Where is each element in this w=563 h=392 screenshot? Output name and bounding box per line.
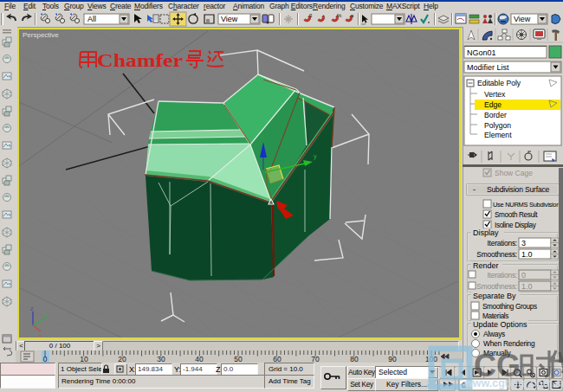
svg-text:Element: Element (484, 131, 512, 139)
svg-text:%: % (337, 13, 342, 18)
svg-text:Update Options: Update Options (473, 320, 527, 329)
svg-text:z: z (261, 133, 264, 139)
svg-text:Smoothing Groups: Smoothing Groups (482, 303, 537, 311)
svg-text:1.0: 1.0 (521, 250, 533, 259)
svg-text:80: 80 (350, 355, 359, 363)
svg-text:View: View (514, 15, 531, 23)
svg-text:Display: Display (473, 228, 499, 237)
svg-text:Separate By: Separate By (473, 292, 516, 300)
svg-text:Edge: Edge (484, 100, 502, 109)
svg-text:Use NURMS Subdivision: Use NURMS Subdivision (493, 201, 560, 209)
svg-text:0: 0 (521, 271, 526, 280)
svg-text:a: a (351, 13, 354, 18)
svg-text:70: 70 (311, 355, 320, 363)
svg-text:Perspective: Perspective (23, 31, 59, 39)
svg-text:Subdivision Surface: Subdivision Surface (487, 185, 550, 194)
svg-text:Vertex: Vertex (484, 90, 506, 99)
svg-text:30: 30 (157, 355, 165, 363)
svg-text:90: 90 (388, 355, 397, 363)
svg-text:All: All (87, 15, 96, 23)
svg-text:Iterations:: Iterations: (487, 271, 517, 280)
svg-text:3: 3 (521, 239, 526, 247)
svg-text:40: 40 (195, 355, 204, 363)
svg-text:y: y (314, 153, 317, 160)
svg-text:Smooth Result: Smooth Result (495, 211, 538, 219)
svg-text:50: 50 (234, 355, 243, 363)
svg-text:Border: Border (484, 111, 507, 119)
svg-text:sel: sel (361, 22, 366, 26)
svg-text:-: - (473, 185, 476, 194)
svg-text:Modifier List: Modifier List (467, 63, 509, 72)
svg-text:Smoothness:: Smoothness: (476, 250, 517, 259)
svg-text:Iterations:: Iterations: (487, 239, 517, 247)
svg-text:x: x (39, 333, 42, 337)
svg-text:60: 60 (273, 355, 282, 363)
svg-text:Show Cage: Show Cage (495, 169, 533, 177)
svg-text:0: 0 (43, 355, 48, 363)
svg-text:Materials: Materials (482, 312, 508, 320)
svg-text:Always: Always (483, 330, 505, 338)
svg-text:NGon01: NGon01 (467, 48, 496, 57)
svg-text:1.0: 1.0 (521, 282, 533, 291)
svg-text:Isoline Display: Isoline Display (495, 222, 537, 229)
svg-text:20: 20 (118, 355, 126, 363)
svg-text:Chamfer: Chamfer (97, 50, 183, 71)
svg-text:3: 3 (309, 13, 313, 18)
svg-text:10: 10 (80, 355, 88, 363)
svg-text:y: y (45, 312, 49, 318)
svg-text:View: View (221, 15, 238, 23)
svg-text:Smoothness:: Smoothness: (476, 282, 517, 291)
svg-text:z: z (30, 305, 34, 312)
svg-text:Editable Poly: Editable Poly (477, 79, 521, 87)
svg-text:Polygon: Polygon (484, 121, 511, 130)
svg-text:Render: Render (473, 261, 499, 270)
